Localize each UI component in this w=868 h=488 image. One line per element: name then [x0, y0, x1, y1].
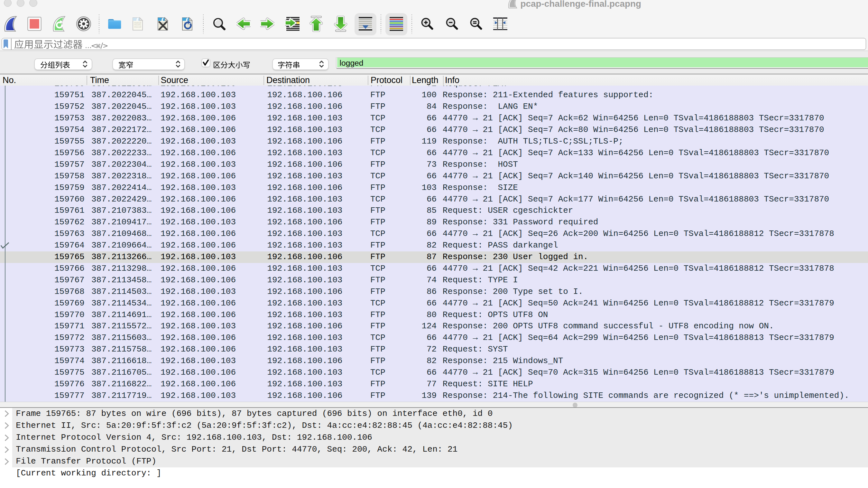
svg-text:01110: 01110 [134, 26, 141, 28]
